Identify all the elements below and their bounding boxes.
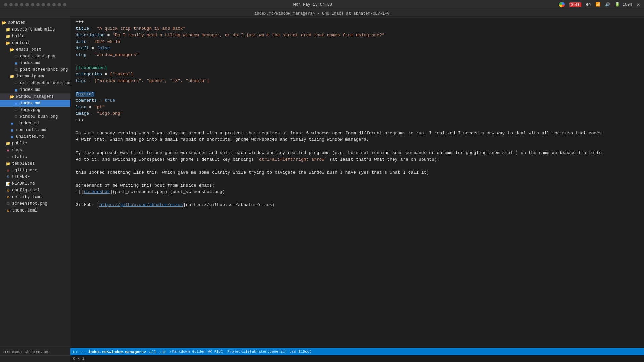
sidebar-item-assets[interactable]: 📁 assets/thumbnails xyxy=(0,26,70,33)
line-22: GitHub: [https://github.com/abhatem/emac… xyxy=(70,202,644,208)
sidebar-item-label: index.md xyxy=(20,61,40,65)
mode-line: U:--- index.md<window_managers> All L12 … xyxy=(70,348,644,355)
md-icon: ▣ xyxy=(13,60,19,66)
dot-10 xyxy=(52,3,56,6)
sidebar-item-public[interactable]: 📁 public xyxy=(0,140,70,147)
readme-icon: 📝 xyxy=(5,181,11,186)
sidebar-item-logo-png[interactable]: □ logo.png xyxy=(0,107,70,113)
treemacs-status: Treemacs: abhatem.com xyxy=(0,348,70,355)
sidebar-item-readme[interactable]: 📝 README.md xyxy=(0,180,70,187)
volume-icon: 🔊 xyxy=(605,2,610,7)
line-7: [taxonomies] xyxy=(70,65,644,71)
line-6: slug = "window_managers" xyxy=(70,52,644,58)
sidebar-item-emacs-post-png[interactable]: □ emacs_post.png xyxy=(0,53,70,60)
folder-icon: □ xyxy=(5,154,11,160)
line-blank-5 xyxy=(70,163,644,169)
sidebar-item-emacs-index-md[interactable]: ▣ index.md xyxy=(0,60,70,66)
dot-4 xyxy=(20,3,23,6)
wifi-icon: 📶 xyxy=(595,2,600,7)
sidebar-item-label: window_managers xyxy=(16,94,54,99)
lang-indicator: en xyxy=(586,2,591,7)
sidebar-item-unlisted[interactable]: ▣ unlisted.md xyxy=(0,133,70,140)
close-button[interactable]: ✕ xyxy=(637,1,640,8)
dot-7 xyxy=(36,3,40,6)
sidebar-item-label: LICENSE xyxy=(12,175,30,179)
sidebar-item-label: index.md xyxy=(20,101,40,106)
line-17: My laze approach was first to use gnome … xyxy=(70,149,644,156)
line-11: comments = true xyxy=(70,97,644,104)
editor-content[interactable]: +++ title = "A quick trip through i3 and… xyxy=(70,18,644,348)
sidebar-item-config-toml[interactable]: ⚙ config.toml xyxy=(0,187,70,194)
sidebar-item-label: unlisted.md xyxy=(16,134,44,139)
line-blank-2 xyxy=(70,84,644,91)
sidebar-item-label: content xyxy=(12,41,30,45)
sidebar-item-build[interactable]: 📁 build xyxy=(0,33,70,40)
sidebar-item-post-screenshot[interactable]: □ post_screenshot.png xyxy=(0,66,70,73)
editor-area[interactable]: +++ title = "A quick trip through i3 and… xyxy=(70,18,644,348)
line-12: lang = "pt" xyxy=(70,104,644,111)
sidebar-item-window-bush[interactable]: □ window_bush.png xyxy=(0,113,70,120)
line-20: screenshot of me writing this post from … xyxy=(70,182,644,189)
sidebar-item-abhatem[interactable]: 📂 abhatem xyxy=(0,19,70,26)
sidebar-item-crt-phosphor[interactable]: □ crt-phosphor-dots.png xyxy=(0,80,70,86)
line-10: [extra] xyxy=(70,91,644,98)
dot-12 xyxy=(63,3,66,6)
dot-8 xyxy=(42,3,45,6)
sidebar-item-label: emacs_post.png xyxy=(20,54,55,59)
folder-open-icon: 📂 xyxy=(9,94,15,99)
sidebar-item-static[interactable]: □ static xyxy=(0,154,70,160)
dot-6 xyxy=(31,3,34,6)
md-icon: ▣ xyxy=(9,127,15,133)
sidebar-item-sass[interactable]: ◆ sass xyxy=(0,147,70,154)
sidebar-item-sem-nulla[interactable]: ▣ sem-nulla.md xyxy=(0,127,70,133)
mode-line-filename: index.md<window_managers> xyxy=(88,350,146,354)
folder-icon: 📂 xyxy=(1,20,7,25)
toml-icon: ⚙ xyxy=(5,194,11,200)
png-icon: □ xyxy=(13,107,19,113)
sidebar-item-window-managers[interactable]: 📂 window_managers xyxy=(0,93,70,100)
license-icon: © xyxy=(5,174,11,180)
top-bar: Mon May 13 04:38 0:00 en 📶 🔊 🔋 100% ✕ xyxy=(0,0,644,9)
sidebar-item-label: abhatem xyxy=(8,20,26,25)
line-15: On warm tuesday evening when I was playi… xyxy=(70,130,644,137)
sidebar-item-templates[interactable]: 📁 templates xyxy=(0,160,70,167)
line-blank-6 xyxy=(70,176,644,182)
bottom-row2: C-x 1 xyxy=(0,355,644,362)
sidebar-item-netlify-toml[interactable]: ⚙ netlify.toml xyxy=(0,194,70,200)
sidebar-item-_index[interactable]: ▣ _index.md xyxy=(0,120,70,127)
line-8: categories = ["takes"] xyxy=(70,71,644,78)
sidebar-footer xyxy=(0,355,70,362)
sidebar-item-label: post_screenshot.png xyxy=(20,67,68,72)
sass-icon: ◆ xyxy=(5,147,11,153)
sidebar-item-screenshot-png[interactable]: □ screenshot.png xyxy=(0,200,70,207)
line-1: +++ xyxy=(70,19,644,25)
png-icon: □ xyxy=(13,114,19,119)
dot-9 xyxy=(47,3,50,6)
line-5: draft = false xyxy=(70,45,644,52)
png-icon: □ xyxy=(13,67,19,72)
sidebar-item-wm-index-md[interactable]: ▣ index.md xyxy=(0,100,70,107)
treemacs-label-text: Treemacs: abhatem.com xyxy=(3,350,49,354)
sidebar-item-label: sem-nulla.md xyxy=(16,128,46,132)
sidebar-item-label: templates xyxy=(12,161,35,166)
line-19: this looked something like this, which g… xyxy=(70,169,644,176)
sidebar-item-gitignore[interactable]: ⊙ .gitignore xyxy=(0,167,70,174)
minibuffer[interactable]: C-x 1 xyxy=(70,355,644,362)
folder-open-icon: 📂 xyxy=(5,40,11,46)
dot-1 xyxy=(4,3,7,6)
sidebar-item-lorem-index-md[interactable]: ▣ index.md xyxy=(0,86,70,93)
md-icon: ▣ xyxy=(9,121,15,126)
sidebar-item-lorem-ipsum[interactable]: 📁 lorem-ipsum xyxy=(0,73,70,80)
sidebar-item-theme-toml[interactable]: ⚙ theme.toml xyxy=(0,207,70,214)
window-dots xyxy=(4,3,66,6)
sidebar-item-content[interactable]: 📂 content xyxy=(0,40,70,46)
record-indicator: 0:00 xyxy=(569,2,581,7)
sidebar-item-label: assets/thumbnails xyxy=(12,27,55,32)
title-bar: index.md<window_managers> - GNU Emacs at… xyxy=(0,9,644,18)
md-icon: ▣ xyxy=(13,87,19,93)
sidebar-item-emacs-post[interactable]: 📂 emacs_post xyxy=(0,46,70,53)
folder-icon: 📁 xyxy=(5,141,11,146)
md-icon: ▣ xyxy=(9,134,15,139)
sidebar-item-license[interactable]: © LICENSE xyxy=(0,174,70,180)
chrome-icon[interactable] xyxy=(559,2,565,7)
